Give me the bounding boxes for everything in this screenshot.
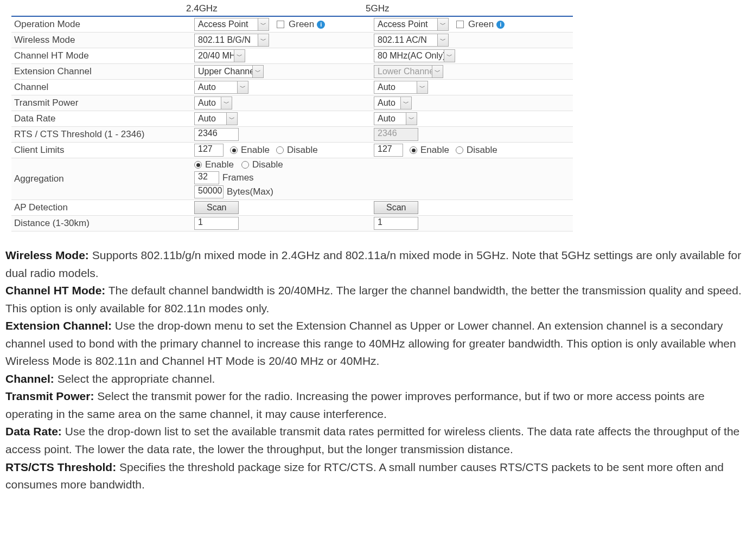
- label-wireless-mode: Wireless Mode: [11, 33, 194, 47]
- aggregation-disable-radio[interactable]: [241, 161, 249, 169]
- chevron-down-icon: ﹀: [417, 81, 427, 93]
- header-24ghz: 2.4GHz: [186, 3, 366, 14]
- row-distance: Distance (1-30km) 1 1: [11, 216, 573, 231]
- aggregation-frames-label: Frames: [222, 172, 254, 183]
- desc-wireless-mode-text: Supports 802.11b/g/n mixed mode in 2.4GH…: [5, 249, 741, 279]
- chevron-down-icon: ﹀: [226, 113, 237, 125]
- chevron-down-icon: ﹀: [237, 81, 248, 93]
- client-limits-24-enable-radio[interactable]: [230, 146, 238, 154]
- label-transmit-power: Transmit Power: [11, 96, 194, 110]
- wireless-mode-24-select[interactable]: 802.11 B/G/N ﹀: [194, 34, 269, 47]
- desc-extension-channel-term: Extension Channel:: [5, 319, 112, 332]
- label-client-limits: Client Limits: [11, 143, 194, 157]
- ap-detection-24-scan-button[interactable]: Scan: [194, 201, 239, 214]
- chevron-down-icon: ﹀: [444, 50, 455, 62]
- ap-detection-5-scan-button[interactable]: Scan: [374, 201, 418, 214]
- chevron-down-icon: ﹀: [258, 34, 269, 46]
- green-24-label: Green: [289, 19, 314, 30]
- row-wireless-mode: Wireless Mode 802.11 B/G/N ﹀ 802.11 AC/N…: [11, 33, 573, 48]
- label-data-rate: Data Rate: [11, 112, 194, 126]
- channel-ht-5-select[interactable]: 80 MHz(AC Only) ﹀: [374, 49, 455, 62]
- channel-24-select[interactable]: Auto ﹀: [194, 81, 248, 94]
- label-extension-channel: Extension Channel: [11, 65, 194, 79]
- row-aggregation: Aggregation Enable Disable 32 Frames: [11, 158, 573, 200]
- label-operation-mode: Operation Mode: [11, 17, 194, 31]
- row-ap-detection: AP Detection Scan Scan: [11, 200, 573, 216]
- client-limits-24-disable-radio[interactable]: [276, 146, 284, 154]
- label-channel: Channel: [11, 80, 194, 94]
- client-limits-5-input[interactable]: 127: [374, 144, 403, 157]
- label-ap-detection: AP Detection: [11, 201, 194, 215]
- aggregation-enable-radio[interactable]: [194, 161, 202, 169]
- green-5-label: Green: [468, 19, 494, 30]
- aggregation-bytes-input[interactable]: 50000: [194, 185, 224, 198]
- label-aggregation: Aggregation: [11, 172, 194, 186]
- desc-rts-cts-term: RTS/CTS Threshold:: [5, 461, 116, 473]
- label-distance: Distance (1-30km): [11, 216, 194, 230]
- label-rts-cts: RTS / CTS Threshold (1 - 2346): [11, 127, 194, 141]
- band-header-row: 2.4GHz 5GHz: [3, 3, 750, 16]
- wireless-mode-5-select[interactable]: 802.11 AC/N ﹀: [374, 34, 449, 47]
- chevron-down-icon: ﹀: [258, 18, 269, 30]
- transmit-power-5-select[interactable]: Auto ﹀: [374, 96, 412, 110]
- desc-channel-text: Select the appropriate channel.: [54, 372, 215, 385]
- desc-channel-ht-term: Channel HT Mode:: [5, 284, 105, 297]
- info-icon[interactable]: i: [317, 21, 325, 29]
- chevron-down-icon: ﹀: [252, 66, 263, 78]
- operation-mode-24-select[interactable]: Access Point ﹀: [194, 18, 269, 31]
- chevron-down-icon: ﹀: [432, 66, 443, 78]
- desc-transmit-power-term: Transmit Power:: [5, 390, 94, 402]
- desc-data-rate-term: Data Rate:: [5, 425, 62, 437]
- extension-channel-24-select[interactable]: Upper Channel ﹀: [194, 65, 264, 78]
- client-limits-24-input[interactable]: 127: [194, 144, 224, 157]
- green-24-checkbox[interactable]: [277, 21, 284, 28]
- row-data-rate: Data Rate Auto ﹀ Auto ﹀: [11, 111, 573, 127]
- desc-wireless-mode-term: Wireless Mode:: [5, 249, 89, 261]
- row-channel-ht-mode: Channel HT Mode 20/40 MHz ﹀ 80 MHz(AC On…: [11, 48, 573, 64]
- info-icon[interactable]: i: [496, 21, 505, 29]
- row-client-limits: Client Limits 127 Enable Disable 127 Ena…: [11, 143, 573, 158]
- row-channel: Channel Auto ﹀ Auto ﹀: [11, 80, 573, 95]
- aggregation-frames-input[interactable]: 32: [194, 171, 219, 184]
- transmit-power-24-select[interactable]: Auto ﹀: [194, 96, 232, 110]
- label-channel-ht-mode: Channel HT Mode: [11, 49, 194, 63]
- chevron-down-icon: ﹀: [406, 113, 417, 125]
- wireless-config-table: Operation Mode Access Point ﹀ Green i Ac…: [11, 16, 573, 231]
- green-5-checkbox[interactable]: [456, 21, 464, 28]
- data-rate-24-select[interactable]: Auto ﹀: [194, 112, 238, 125]
- rts-cts-5-input: 2346: [374, 128, 418, 141]
- desc-channel-ht-text: The default channel bandwidth is 20/40MH…: [5, 284, 742, 314]
- chevron-down-icon: ﹀: [437, 18, 448, 30]
- desc-channel-term: Channel:: [5, 372, 54, 385]
- desc-extension-channel-text: Use the drop-down menu to set the Extens…: [5, 319, 736, 367]
- operation-mode-5-select[interactable]: Access Point ﹀: [374, 18, 449, 31]
- client-limits-5-disable-radio[interactable]: [456, 146, 463, 154]
- extension-channel-5-select: Lower Channel ﹀: [374, 65, 443, 78]
- row-rts-cts: RTS / CTS Threshold (1 - 2346) 2346 2346: [11, 127, 573, 143]
- chevron-down-icon: ﹀: [221, 97, 232, 109]
- chevron-down-icon: ﹀: [437, 34, 448, 46]
- chevron-down-icon: ﹀: [400, 97, 411, 109]
- channel-ht-24-select[interactable]: 20/40 MHz ﹀: [194, 49, 245, 62]
- rts-cts-24-input[interactable]: 2346: [194, 128, 239, 141]
- client-limits-5-enable-radio[interactable]: [410, 146, 417, 154]
- row-operation-mode: Operation Mode Access Point ﹀ Green i Ac…: [11, 17, 573, 33]
- desc-transmit-power-text: Select the transmit power for the radio.…: [5, 390, 705, 420]
- distance-24-input[interactable]: 1: [194, 217, 239, 230]
- row-transmit-power: Transmit Power Auto ﹀ Auto ﹀: [11, 95, 573, 111]
- aggregation-bytes-label: Bytes(Max): [227, 186, 273, 197]
- data-rate-5-select[interactable]: Auto ﹀: [374, 112, 417, 125]
- row-extension-channel: Extension Channel Upper Channel ﹀ Lower …: [11, 64, 573, 80]
- field-descriptions: Wireless Mode: Supports 802.11b/g/n mixe…: [3, 247, 750, 494]
- header-5ghz: 5GHz: [366, 3, 750, 14]
- channel-5-select[interactable]: Auto ﹀: [374, 81, 428, 94]
- distance-5-input[interactable]: 1: [374, 217, 418, 230]
- chevron-down-icon: ﹀: [234, 50, 245, 62]
- desc-data-rate-text: Use the drop-down list to set the availa…: [5, 425, 739, 455]
